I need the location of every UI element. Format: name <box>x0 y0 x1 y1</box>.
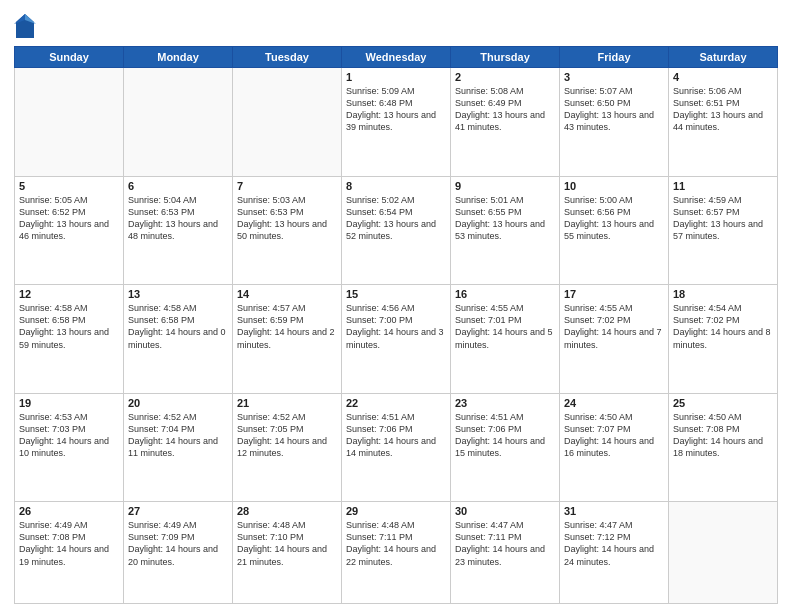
header <box>14 12 778 40</box>
day-info: Sunrise: 5:02 AM Sunset: 6:54 PM Dayligh… <box>346 194 446 243</box>
day-number: 24 <box>564 397 664 409</box>
calendar-cell: 1Sunrise: 5:09 AM Sunset: 6:48 PM Daylig… <box>342 68 451 177</box>
calendar-week-1: 5Sunrise: 5:05 AM Sunset: 6:52 PM Daylig… <box>15 176 778 285</box>
day-number: 28 <box>237 505 337 517</box>
calendar-cell: 13Sunrise: 4:58 AM Sunset: 6:58 PM Dayli… <box>124 285 233 394</box>
calendar-cell: 29Sunrise: 4:48 AM Sunset: 7:11 PM Dayli… <box>342 502 451 604</box>
calendar-cell: 31Sunrise: 4:47 AM Sunset: 7:12 PM Dayli… <box>560 502 669 604</box>
day-number: 26 <box>19 505 119 517</box>
day-number: 9 <box>455 180 555 192</box>
day-number: 1 <box>346 71 446 83</box>
day-number: 2 <box>455 71 555 83</box>
calendar-header-friday: Friday <box>560 47 669 68</box>
day-info: Sunrise: 4:50 AM Sunset: 7:08 PM Dayligh… <box>673 411 773 460</box>
day-info: Sunrise: 4:48 AM Sunset: 7:11 PM Dayligh… <box>346 519 446 568</box>
calendar-cell: 18Sunrise: 4:54 AM Sunset: 7:02 PM Dayli… <box>669 285 778 394</box>
calendar-cell: 5Sunrise: 5:05 AM Sunset: 6:52 PM Daylig… <box>15 176 124 285</box>
calendar-cell: 12Sunrise: 4:58 AM Sunset: 6:58 PM Dayli… <box>15 285 124 394</box>
calendar-cell: 21Sunrise: 4:52 AM Sunset: 7:05 PM Dayli… <box>233 393 342 502</box>
day-number: 5 <box>19 180 119 192</box>
day-number: 22 <box>346 397 446 409</box>
calendar-cell: 30Sunrise: 4:47 AM Sunset: 7:11 PM Dayli… <box>451 502 560 604</box>
day-number: 11 <box>673 180 773 192</box>
day-info: Sunrise: 4:52 AM Sunset: 7:04 PM Dayligh… <box>128 411 228 460</box>
day-info: Sunrise: 5:06 AM Sunset: 6:51 PM Dayligh… <box>673 85 773 134</box>
day-info: Sunrise: 4:57 AM Sunset: 6:59 PM Dayligh… <box>237 302 337 351</box>
day-number: 12 <box>19 288 119 300</box>
day-info: Sunrise: 4:53 AM Sunset: 7:03 PM Dayligh… <box>19 411 119 460</box>
day-number: 14 <box>237 288 337 300</box>
day-number: 13 <box>128 288 228 300</box>
day-info: Sunrise: 4:51 AM Sunset: 7:06 PM Dayligh… <box>346 411 446 460</box>
calendar-cell: 16Sunrise: 4:55 AM Sunset: 7:01 PM Dayli… <box>451 285 560 394</box>
day-info: Sunrise: 4:49 AM Sunset: 7:09 PM Dayligh… <box>128 519 228 568</box>
calendar-cell: 14Sunrise: 4:57 AM Sunset: 6:59 PM Dayli… <box>233 285 342 394</box>
calendar-cell: 6Sunrise: 5:04 AM Sunset: 6:53 PM Daylig… <box>124 176 233 285</box>
calendar-cell: 23Sunrise: 4:51 AM Sunset: 7:06 PM Dayli… <box>451 393 560 502</box>
day-number: 6 <box>128 180 228 192</box>
page: SundayMondayTuesdayWednesdayThursdayFrid… <box>0 0 792 612</box>
day-number: 21 <box>237 397 337 409</box>
day-number: 3 <box>564 71 664 83</box>
calendar-header-monday: Monday <box>124 47 233 68</box>
calendar-header-row: SundayMondayTuesdayWednesdayThursdayFrid… <box>15 47 778 68</box>
day-info: Sunrise: 5:00 AM Sunset: 6:56 PM Dayligh… <box>564 194 664 243</box>
calendar-cell <box>669 502 778 604</box>
calendar-cell: 20Sunrise: 4:52 AM Sunset: 7:04 PM Dayli… <box>124 393 233 502</box>
calendar-cell: 11Sunrise: 4:59 AM Sunset: 6:57 PM Dayli… <box>669 176 778 285</box>
day-number: 19 <box>19 397 119 409</box>
calendar-cell: 3Sunrise: 5:07 AM Sunset: 6:50 PM Daylig… <box>560 68 669 177</box>
day-info: Sunrise: 4:47 AM Sunset: 7:11 PM Dayligh… <box>455 519 555 568</box>
day-info: Sunrise: 4:58 AM Sunset: 6:58 PM Dayligh… <box>128 302 228 351</box>
calendar-cell: 8Sunrise: 5:02 AM Sunset: 6:54 PM Daylig… <box>342 176 451 285</box>
calendar-header-tuesday: Tuesday <box>233 47 342 68</box>
day-info: Sunrise: 5:09 AM Sunset: 6:48 PM Dayligh… <box>346 85 446 134</box>
day-number: 30 <box>455 505 555 517</box>
day-number: 25 <box>673 397 773 409</box>
day-info: Sunrise: 5:05 AM Sunset: 6:52 PM Dayligh… <box>19 194 119 243</box>
day-info: Sunrise: 4:50 AM Sunset: 7:07 PM Dayligh… <box>564 411 664 460</box>
day-number: 17 <box>564 288 664 300</box>
calendar-cell: 15Sunrise: 4:56 AM Sunset: 7:00 PM Dayli… <box>342 285 451 394</box>
calendar-header-sunday: Sunday <box>15 47 124 68</box>
calendar-week-3: 19Sunrise: 4:53 AM Sunset: 7:03 PM Dayli… <box>15 393 778 502</box>
day-number: 7 <box>237 180 337 192</box>
day-info: Sunrise: 4:48 AM Sunset: 7:10 PM Dayligh… <box>237 519 337 568</box>
logo <box>14 12 39 40</box>
day-number: 4 <box>673 71 773 83</box>
day-info: Sunrise: 4:47 AM Sunset: 7:12 PM Dayligh… <box>564 519 664 568</box>
day-info: Sunrise: 5:04 AM Sunset: 6:53 PM Dayligh… <box>128 194 228 243</box>
day-info: Sunrise: 4:55 AM Sunset: 7:02 PM Dayligh… <box>564 302 664 351</box>
calendar-cell <box>15 68 124 177</box>
calendar-cell: 4Sunrise: 5:06 AM Sunset: 6:51 PM Daylig… <box>669 68 778 177</box>
calendar-cell: 2Sunrise: 5:08 AM Sunset: 6:49 PM Daylig… <box>451 68 560 177</box>
day-info: Sunrise: 5:03 AM Sunset: 6:53 PM Dayligh… <box>237 194 337 243</box>
day-info: Sunrise: 5:01 AM Sunset: 6:55 PM Dayligh… <box>455 194 555 243</box>
calendar-cell <box>233 68 342 177</box>
calendar-cell: 22Sunrise: 4:51 AM Sunset: 7:06 PM Dayli… <box>342 393 451 502</box>
day-number: 8 <box>346 180 446 192</box>
day-info: Sunrise: 4:54 AM Sunset: 7:02 PM Dayligh… <box>673 302 773 351</box>
calendar-header-thursday: Thursday <box>451 47 560 68</box>
day-info: Sunrise: 5:07 AM Sunset: 6:50 PM Dayligh… <box>564 85 664 134</box>
day-info: Sunrise: 4:58 AM Sunset: 6:58 PM Dayligh… <box>19 302 119 351</box>
calendar-header-wednesday: Wednesday <box>342 47 451 68</box>
day-number: 29 <box>346 505 446 517</box>
day-number: 15 <box>346 288 446 300</box>
calendar-cell: 28Sunrise: 4:48 AM Sunset: 7:10 PM Dayli… <box>233 502 342 604</box>
calendar-cell: 27Sunrise: 4:49 AM Sunset: 7:09 PM Dayli… <box>124 502 233 604</box>
calendar-cell: 26Sunrise: 4:49 AM Sunset: 7:08 PM Dayli… <box>15 502 124 604</box>
day-info: Sunrise: 4:49 AM Sunset: 7:08 PM Dayligh… <box>19 519 119 568</box>
day-info: Sunrise: 4:59 AM Sunset: 6:57 PM Dayligh… <box>673 194 773 243</box>
calendar-cell: 24Sunrise: 4:50 AM Sunset: 7:07 PM Dayli… <box>560 393 669 502</box>
calendar-cell: 10Sunrise: 5:00 AM Sunset: 6:56 PM Dayli… <box>560 176 669 285</box>
calendar-header-saturday: Saturday <box>669 47 778 68</box>
day-number: 31 <box>564 505 664 517</box>
day-number: 27 <box>128 505 228 517</box>
day-number: 20 <box>128 397 228 409</box>
day-info: Sunrise: 4:51 AM Sunset: 7:06 PM Dayligh… <box>455 411 555 460</box>
calendar-cell <box>124 68 233 177</box>
logo-icon <box>14 12 36 40</box>
day-number: 23 <box>455 397 555 409</box>
calendar-cell: 9Sunrise: 5:01 AM Sunset: 6:55 PM Daylig… <box>451 176 560 285</box>
